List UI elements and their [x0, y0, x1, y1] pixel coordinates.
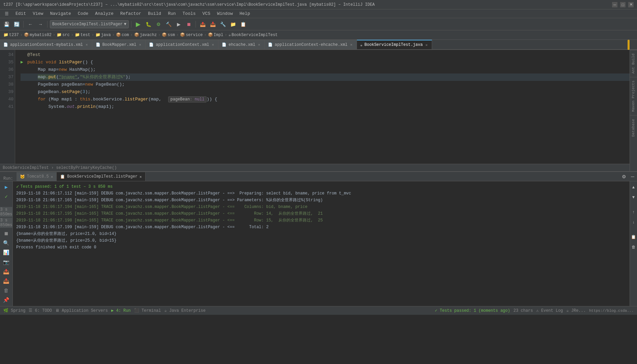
tab-close-3[interactable]: ✕: [211, 42, 215, 47]
copy-button[interactable]: 📋: [239, 20, 247, 29]
status-spring[interactable]: 🌿 Spring: [3, 308, 25, 313]
breadcrumb-javachz[interactable]: 📦 javachz: [133, 32, 157, 37]
tab-applicationcontext-mybatis[interactable]: 📄 applicationContext-mybatis.xml ✕: [0, 40, 92, 49]
clear-output-button[interactable]: 🗑: [629, 243, 637, 251]
close-button[interactable]: ✕: [628, 2, 634, 7]
tomcat-tab-close[interactable]: ✕: [51, 175, 53, 179]
run-minimize-button[interactable]: ─: [628, 172, 637, 181]
tab-ehcache[interactable]: 📄 ehcache.xml ✕: [218, 40, 265, 49]
run-settings-button[interactable]: ⚙: [619, 172, 628, 181]
forward-button[interactable]: →: [36, 20, 45, 29]
scroll-up-button[interactable]: ▲: [629, 183, 637, 191]
status-todo[interactable]: ☰ 6: TODO: [29, 308, 52, 313]
ant-build-tab[interactable]: Ant Build: [630, 50, 637, 77]
status-run[interactable]: ▶ 4: Run: [111, 308, 131, 313]
concurrency-button[interactable]: ▶: [174, 20, 183, 29]
package-icon-3: 📦: [162, 32, 167, 37]
run-sort-icon[interactable]: 📊: [2, 249, 11, 256]
run-filter-icon[interactable]: 🔍: [2, 240, 11, 247]
bottom-tab-listpager[interactable]: 📋 BookServiceImplTest.listPager ✕: [57, 172, 145, 181]
run-output[interactable]: ✓ Tests passed: 1 of 1 test – 3 s 850 ms…: [13, 181, 630, 306]
menu-view[interactable]: View: [30, 10, 46, 17]
status-terminal[interactable]: ⬛ Terminal: [134, 308, 161, 313]
stop-button[interactable]: ⏹: [184, 20, 193, 29]
breadcrumb-java[interactable]: 📁 java: [95, 32, 112, 37]
menu-code[interactable]: Code: [75, 10, 91, 17]
status-appservers[interactable]: 🖥 Application Servers: [55, 308, 108, 313]
menu-build[interactable]: Build: [145, 10, 164, 17]
tab-close-5[interactable]: ✕: [350, 42, 353, 47]
sync-button[interactable]: 🔄: [12, 20, 21, 29]
run-button[interactable]: ▶: [134, 20, 143, 29]
deploy-button[interactable]: 📥: [208, 20, 217, 29]
menu-refactor[interactable]: Refactor: [118, 10, 144, 17]
tab-close-1[interactable]: ✕: [85, 42, 89, 47]
menu-window[interactable]: Window: [214, 10, 236, 17]
menu-tools[interactable]: Tools: [180, 10, 199, 17]
scroll-to-bottom-button[interactable]: ↓: [629, 218, 637, 226]
run-pin-icon[interactable]: 📌: [2, 297, 11, 304]
status-java-enterprise[interactable]: ☕ Java Enterprise: [164, 308, 206, 313]
code-line-40: for (Map map1 : this.bookService.listPag…: [21, 96, 630, 103]
run-import-icon[interactable]: 📥: [2, 277, 11, 285]
copy-output-button[interactable]: 📋: [629, 233, 637, 241]
run-export-icon[interactable]: 📤: [2, 268, 11, 275]
run-with-coverage-button[interactable]: ⚙: [154, 20, 163, 29]
breadcrumb-sep-1: ›: [20, 33, 23, 37]
menu-navigate[interactable]: Navigate: [47, 10, 73, 17]
breadcrumb-bookserviceimpltest[interactable]: ☕ BookServiceImplTest: [228, 32, 278, 37]
tab-close-4[interactable]: ✕: [257, 42, 261, 47]
output-line: Process finished with exit code 0: [16, 244, 626, 251]
run-gutter-icon[interactable]: ▶: [21, 59, 23, 66]
run-config-dropdown[interactable]: BookServiceImplTest.listPager ▼: [50, 20, 129, 28]
status-event-log[interactable]: ⚠ Event Log: [536, 308, 563, 313]
code-content[interactable]: @Test ▶ public void listPager() { Map ma…: [15, 50, 630, 164]
breadcrumb-com[interactable]: 📦 com: [115, 32, 130, 37]
menu-edit[interactable]: Edit: [13, 10, 29, 17]
run-stop-icon[interactable]: ⏹: [2, 230, 11, 237]
breadcrumb-mybatis02[interactable]: 📦 mybatis02: [23, 32, 52, 37]
toolbar-separator-4: [195, 21, 196, 28]
build-project-button[interactable]: 📤: [198, 20, 207, 29]
breadcrumb-impl[interactable]: 📦 Impl: [207, 32, 224, 37]
breadcrumb-t237[interactable]: 📁 t237: [3, 32, 20, 37]
tab-applicationcontext[interactable]: 📄 applicationContext.xml ✕: [146, 40, 218, 49]
breadcrumb-bar: 📁 t237 › 📦 mybatis02 › 📁 src › 📁 test › …: [0, 30, 637, 40]
run-screenshot-icon[interactable]: 📷: [2, 259, 11, 266]
menu-help[interactable]: Help: [237, 10, 253, 17]
breadcrumb-ssm[interactable]: 📦 ssm: [161, 32, 176, 37]
database-tab[interactable]: Database: [630, 115, 637, 140]
minimize-button[interactable]: ─: [612, 2, 617, 7]
debug-button[interactable]: 🐛: [144, 20, 153, 29]
module-icon: 📦: [24, 32, 29, 37]
save-button[interactable]: 💾: [2, 20, 11, 29]
tab-applicationcontext-ehcache[interactable]: 📄 applicationContext-ehcache.xml ✕: [265, 40, 357, 49]
back-button[interactable]: ←: [26, 20, 35, 29]
open-file-button[interactable]: 📁: [229, 20, 237, 29]
tab-close-2[interactable]: ✕: [139, 42, 142, 47]
breadcrumb-src[interactable]: 📁 src: [56, 32, 70, 37]
breadcrumb-test[interactable]: 📁 test: [74, 32, 91, 37]
tab-bookmapper[interactable]: 📄 BookMapper.xml ✕: [92, 40, 146, 49]
tab-bookserviceimpltest[interactable]: ☕ BookServiceImplTest.java ✕: [357, 40, 432, 49]
code-area[interactable]: 34 35 36 37 38 39 40 41 @Test ▶: [0, 50, 630, 164]
menu-analyze[interactable]: Analyze: [92, 10, 116, 17]
menu-app[interactable]: ☰: [2, 10, 11, 17]
scroll-to-top-button[interactable]: ↑: [629, 208, 637, 216]
status-jre[interactable]: ☕ JRe...: [566, 308, 586, 313]
maven-projects-tab[interactable]: Maven Projects: [630, 77, 637, 115]
menu-vcs[interactable]: VCS: [200, 10, 213, 17]
settings-button[interactable]: 🔧: [218, 20, 227, 29]
listpager-tab-close[interactable]: ✕: [140, 175, 142, 179]
run-play-icon[interactable]: ▶: [2, 183, 11, 191]
run-trash-icon[interactable]: 🗑: [2, 287, 11, 295]
profile-button[interactable]: 🔨: [164, 20, 173, 29]
tab-close-6[interactable]: ✕: [425, 42, 428, 48]
menu-run[interactable]: Run: [165, 10, 178, 17]
breadcrumb-service[interactable]: 📦 service: [179, 32, 203, 37]
status-url[interactable]: https://blog.csda...: [589, 309, 634, 313]
bottom-tab-tomcat[interactable]: 🐱 Tomcat8.5 ✕: [17, 172, 57, 181]
run-rerun-icon[interactable]: ✓: [2, 193, 11, 200]
maximize-button[interactable]: □: [620, 2, 626, 7]
scroll-down-button[interactable]: ▼: [629, 193, 637, 202]
